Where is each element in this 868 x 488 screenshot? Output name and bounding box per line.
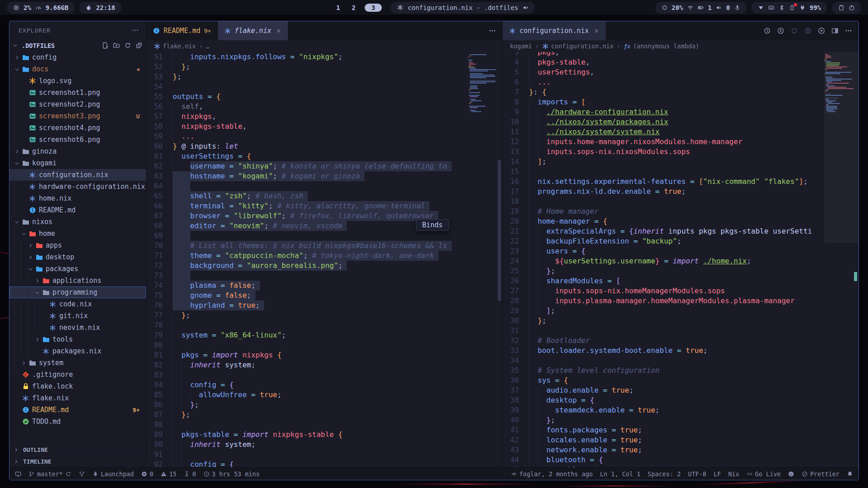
code-line-83[interactable]: 83 [146,370,502,380]
window-title-pill[interactable]: configuration.nix - .dotfiles [391,2,534,14]
hardware-status-pill[interactable]: 20%10 [656,2,746,14]
code-line-19[interactable]: 19# Home manager [503,206,859,216]
clock-pill[interactable]: 22:18 [80,2,121,14]
code-line-28[interactable]: 28inputs.plasma-manager.homeManagerModul… [503,296,859,306]
status-warnings[interactable]: 15 [160,470,176,478]
code-line-30[interactable]: 30}; [503,316,859,326]
code-line-52[interactable]: 52}; [146,62,502,72]
tree-item-programming[interactable]: programming [9,286,146,298]
editor-flake-nix[interactable]: 51inputs.nixpkgs.follows = "nixpkgs";52}… [146,52,502,467]
tree-item-screenshot2.png[interactable]: screenshot2.png [9,99,146,110]
history-icon[interactable] [764,27,771,34]
code-line-26[interactable]: 26sharedModules = [ [503,276,859,286]
tree-item-home.nix[interactable]: home.nix [9,192,146,204]
code-line-43[interactable]: 43network.enable = true; [503,445,859,455]
code-line-16[interactable]: 16nix.settings.experimental-features = [… [503,177,859,187]
tree-item-neovim.nix[interactable]: neovim.nix [9,322,146,333]
sidebar-section-outline[interactable]: OUTLINE [9,444,146,455]
code-line-56[interactable]: 56self, [146,102,502,112]
tree-item-system[interactable]: system [9,357,146,369]
code-line-9[interactable]: 9./hardware-configuration.nix [503,107,859,117]
tree-item-docs[interactable]: docs● [9,63,146,75]
breadcrumb-item[interactable]: ƒx(anonymous lambda) [623,42,699,50]
code-line-75[interactable]: 75gnome = false; [146,291,502,300]
code-line-42[interactable]: 42locales.enable = true; [503,435,859,445]
code-line-31[interactable]: 31 [503,326,859,336]
code-line-67[interactable]: 67browser = "librewolf"; # firefox, libr… [146,211,502,221]
code-line-17[interactable]: 17programs.nix-ld.dev.enable = true; [503,187,859,197]
code-line-10[interactable]: 10../nixos/system/packages.nix [503,117,859,127]
nav-back-icon[interactable] [777,27,784,34]
tab-README-md[interactable]: README.md9+ [146,21,218,40]
status-notifications[interactable] [847,471,853,477]
code-line-20[interactable]: 20home-manager = { [503,216,859,226]
nav-forward-icon[interactable] [804,27,811,34]
tree-item-applications[interactable]: applications [9,275,146,286]
code-line-73[interactable]: 73 [146,271,502,281]
tree-item-home[interactable]: home [9,228,146,239]
new-file-icon[interactable] [102,42,108,49]
code-line-66[interactable]: 66terminal = "kitty"; # kitty, alacritty… [146,201,502,211]
code-line-78[interactable]: 78 [146,320,502,330]
code-line-72[interactable]: 72background = "aurora_borealis.png"; [146,261,502,271]
workspace-1[interactable]: 1 [334,4,343,12]
code-line-84[interactable]: 84config = { [146,380,502,390]
code-line-79[interactable]: 79system = "x86_64-linux"; [146,330,502,340]
code-line-41[interactable]: 41fonts.packages = true; [503,425,859,435]
tree-item-packages[interactable]: packages [9,263,146,275]
breadcrumb-item[interactable]: kogami [510,42,532,50]
code-line-27[interactable]: 27inputs.sops-nix.homeManagerModules.sop… [503,286,859,296]
breadcrumb-item[interactable]: flake.nix [154,42,196,50]
code-line-65[interactable]: 65shell = "zsh"; # bash, zsh [146,191,502,201]
code-line-57[interactable]: 57nixpkgs, [146,112,502,122]
code-line-61[interactable]: 61userSettings = { [146,151,502,161]
tree-item-apps[interactable]: apps [9,239,146,251]
tree-item-code.nix[interactable]: code.nix [9,298,146,310]
close-icon[interactable] [276,28,282,34]
code-line-23[interactable]: 23users = { [503,246,859,256]
code-line-53[interactable]: 53}; [146,72,502,82]
tree-item-kogami[interactable]: kogami [9,157,146,169]
code-line-35[interactable]: 35# System level configuration [503,366,859,375]
tree-item-readme.md[interactable]: README.md9+ [9,404,146,416]
code-line-39[interactable]: 39steamdeck.enable = true; [503,405,859,415]
code-line-92[interactable]: 92config = { [146,460,502,467]
sidebar-section-timeline[interactable]: TIMELINE [9,455,146,467]
tree-item-desktop[interactable]: desktop [9,251,146,263]
tree-item-screenshot3.png[interactable]: screenshot3.pngU [9,110,146,122]
workspace-2[interactable]: 2 [349,4,358,12]
explorer-more-actions-icon[interactable] [132,27,139,34]
code-line-58[interactable]: 58nixpkgs-stable, [146,122,502,131]
code-line-86[interactable]: 86}; [146,400,502,410]
code-line-25[interactable]: 25}; [503,266,859,276]
code-line-38[interactable]: 38desktop = { [503,395,859,405]
breadcrumb-item[interactable]: … [206,42,209,50]
code-line-34[interactable]: 34 [503,356,859,366]
workspace-root-folder[interactable]: .DOTFILES [9,39,146,52]
status-prettier[interactable]: Prettier [802,470,840,478]
code-line-29[interactable]: 29]; [503,306,859,316]
code-line-36[interactable]: 36sys = { [503,375,859,385]
tree-item-ginoza[interactable]: ginoza [9,145,146,157]
code-line-15[interactable]: 15 [503,167,859,177]
code-line-90[interactable]: 90inherit system; [146,440,502,450]
status-github[interactable] [788,471,794,477]
refresh-icon[interactable] [124,42,131,49]
system-stats-pill[interactable]: 2% 9.66GB [7,2,74,14]
status-indentation[interactable]: Spaces: 2 [648,470,681,478]
status-launchpad[interactable]: Launchpad [92,470,134,478]
status-eol[interactable]: LF [713,470,721,478]
status-language-mode[interactable]: Nix [728,470,739,478]
code-line-44[interactable]: 44bluetooth = { [503,455,859,465]
status-git-graph[interactable] [79,471,85,477]
status-ports[interactable]: 0 [184,470,196,478]
status-errors[interactable]: 0 [141,470,153,478]
tree-item-screenshot6.png[interactable]: screenshot6.png [9,134,146,145]
code-line-13[interactable]: 13inputs.sops-nix.nixosModules.sops [503,147,859,157]
code-line-64[interactable]: 64 [146,181,502,191]
code-line-55[interactable]: 55outputs = { [146,92,502,102]
code-line-32[interactable]: 32# Bootloader [503,336,859,346]
run-icon[interactable] [818,27,825,34]
code-line-87[interactable]: 87}; [146,410,502,420]
code-line-80[interactable]: 80 [146,340,502,350]
